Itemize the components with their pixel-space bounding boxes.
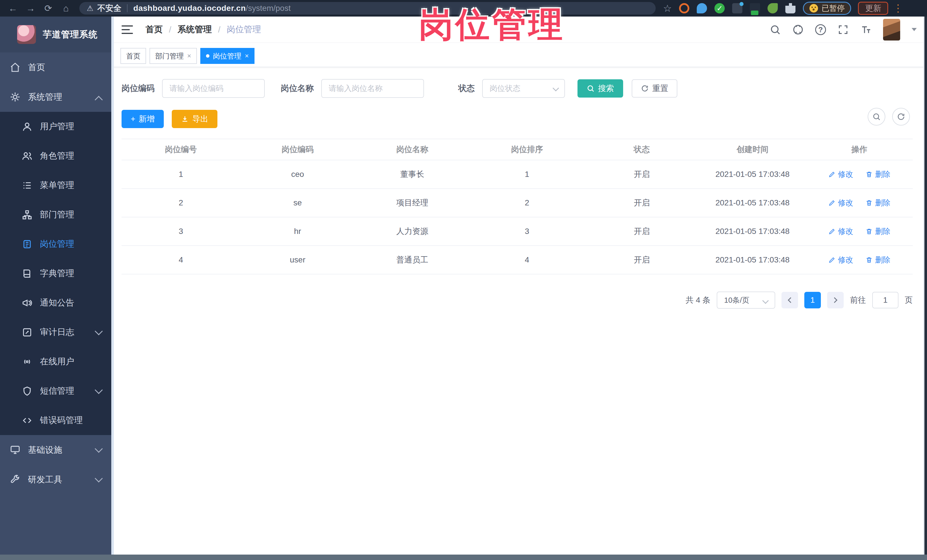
goto-page-input[interactable] — [872, 292, 898, 308]
extension-check-icon[interactable]: ✓ — [714, 3, 725, 14]
sidebar-item-user-management[interactable]: 用户管理 — [0, 112, 111, 141]
tab-dept-management[interactable]: 部门管理 × — [149, 48, 197, 64]
filter-form: 岗位编码 岗位名称 状态 搜索 重置 — [122, 79, 913, 98]
status-value: 开启 — [584, 160, 699, 188]
chevron-down-icon — [95, 445, 103, 453]
post-name-input[interactable] — [321, 79, 424, 98]
extension-tag-icon[interactable] — [750, 3, 760, 14]
browser-scrollbar[interactable] — [923, 17, 927, 555]
breadcrumb-home[interactable]: 首页 — [146, 24, 163, 35]
extension-grid-icon[interactable] — [732, 3, 742, 14]
current-page[interactable]: 1 — [804, 292, 821, 308]
search-button[interactable]: 搜索 — [577, 79, 623, 97]
sidebar-item-home[interactable]: 首页 — [0, 53, 111, 82]
sidebar-item-dept-management[interactable]: 部门管理 — [0, 200, 111, 229]
sidebar-item-audit-log[interactable]: 审计日志 — [0, 317, 111, 347]
github-icon[interactable] — [792, 24, 804, 35]
next-page-button[interactable] — [827, 292, 844, 308]
help-icon[interactable]: ? — [815, 24, 826, 35]
download-icon — [181, 115, 189, 123]
sidebar-item-error-code[interactable]: 错误码管理 — [0, 406, 111, 435]
user-avatar[interactable] — [883, 19, 900, 41]
address-bar[interactable]: ⚠ 不安全 dashboard.yudao.iocoder.cn /system… — [79, 2, 656, 15]
status-select-input[interactable] — [482, 79, 565, 98]
fullscreen-icon[interactable] — [837, 24, 849, 35]
edit-link[interactable]: 修改 — [828, 169, 853, 179]
browser-forward-icon[interactable]: → — [22, 3, 40, 14]
hamburger-menu-icon[interactable] — [122, 26, 133, 34]
app-logo-row[interactable]: 芋道管理系统 — [0, 17, 111, 53]
org-tree-icon — [22, 209, 32, 220]
sidebar-item-notice[interactable]: 通知公告 — [0, 288, 111, 317]
toggle-search-button[interactable] — [868, 108, 885, 126]
home-icon — [10, 62, 21, 73]
extension-ring-icon[interactable] — [679, 3, 689, 14]
close-icon[interactable]: × — [187, 52, 191, 60]
browser-reload-icon[interactable]: ⟳ — [40, 3, 57, 14]
browser-menu-kebab-icon[interactable]: ⋮ — [893, 2, 903, 14]
browser-update-button[interactable]: 更新 — [858, 2, 888, 15]
column-header: 岗位排序 — [470, 139, 584, 160]
bookmark-star-icon[interactable]: ☆ — [663, 3, 672, 14]
sidebar-item-infrastructure[interactable]: 基础设施 — [0, 435, 111, 465]
reset-button[interactable]: 重置 — [632, 79, 677, 97]
not-secure-warning-icon: ⚠ — [87, 4, 93, 13]
users-icon — [22, 151, 32, 161]
status-select[interactable] — [482, 79, 565, 98]
table-tools — [868, 108, 910, 126]
sidebar-item-dict-management[interactable]: 字典管理 — [0, 259, 111, 288]
extension-plant-icon[interactable] — [767, 3, 778, 14]
sidebar-item-dev-tools[interactable]: 研发工具 — [0, 465, 111, 495]
delete-link[interactable]: 删除 — [865, 226, 891, 237]
sidebar-item-menu-management[interactable]: 菜单管理 — [0, 171, 111, 200]
url-host: dashboard.yudao.iocoder.cn — [133, 4, 246, 13]
sidebar-scrollbar[interactable] — [111, 17, 114, 555]
avatar-caret-icon[interactable] — [912, 28, 917, 31]
column-header: 岗位编号 — [122, 139, 240, 160]
trash-icon — [865, 256, 873, 264]
sidebar-item-post-management[interactable]: 岗位管理 — [0, 229, 111, 259]
prev-page-button[interactable] — [781, 292, 798, 308]
browser-home-icon[interactable]: ⌂ — [57, 3, 75, 14]
edit-link[interactable]: 修改 — [828, 226, 853, 237]
sidebar-item-online-users[interactable]: 在线用户 — [0, 347, 111, 376]
table-row: 1 ceo 董事长 1 开启 2021-01-05 17:03:48 修改 删除 — [122, 160, 913, 189]
status-value: 开启 — [584, 217, 699, 245]
emoji-face-icon — [810, 4, 818, 12]
breadcrumb-post: 岗位管理 — [227, 24, 261, 35]
delete-link[interactable]: 删除 — [865, 198, 891, 208]
extension-pin-icon[interactable] — [697, 3, 707, 14]
window-bottom-edge — [0, 555, 927, 560]
search-icon[interactable] — [769, 24, 781, 35]
font-size-icon[interactable] — [860, 24, 872, 35]
paused-label: 已暂停 — [821, 3, 845, 14]
refresh-table-button[interactable] — [892, 108, 910, 126]
add-button[interactable]: + 新增 — [122, 110, 164, 128]
close-icon[interactable]: × — [245, 52, 249, 60]
delete-link[interactable]: 删除 — [865, 255, 891, 265]
sidebar-item-system-management[interactable]: 系统管理 — [0, 82, 111, 112]
breadcrumb-system[interactable]: 系统管理 — [178, 24, 212, 35]
export-button[interactable]: 导出 — [172, 110, 217, 128]
page-content: 岗位编码 岗位名称 状态 搜索 重置 + 新增 — [111, 67, 927, 309]
profile-paused-button[interactable]: 已暂停 — [803, 2, 851, 15]
magnifier-icon — [872, 112, 881, 121]
post-code-input[interactable] — [162, 79, 265, 98]
column-header: 岗位编码 — [240, 139, 355, 160]
tab-post-management[interactable]: 岗位管理 × — [200, 48, 254, 64]
extensions-puzzle-icon[interactable] — [785, 3, 795, 14]
monitor-icon — [10, 445, 21, 455]
sidebar-item-role-management[interactable]: 角色管理 — [0, 141, 111, 171]
tab-home[interactable]: 首页 — [120, 48, 146, 64]
edit-link[interactable]: 修改 — [828, 198, 853, 208]
shield-icon — [22, 386, 32, 396]
chevron-down-icon — [95, 327, 103, 335]
delete-link[interactable]: 删除 — [865, 169, 891, 179]
browser-back-icon[interactable]: ← — [4, 3, 22, 14]
sidebar-item-sms-management[interactable]: 短信管理 — [0, 376, 111, 406]
edit-link[interactable]: 修改 — [828, 255, 853, 265]
column-header: 状态 — [584, 139, 699, 160]
breadcrumb: 首页 / 系统管理 / 岗位管理 — [146, 24, 261, 35]
page-size-select[interactable]: 10条/页 — [717, 291, 775, 309]
list-icon — [22, 180, 32, 191]
